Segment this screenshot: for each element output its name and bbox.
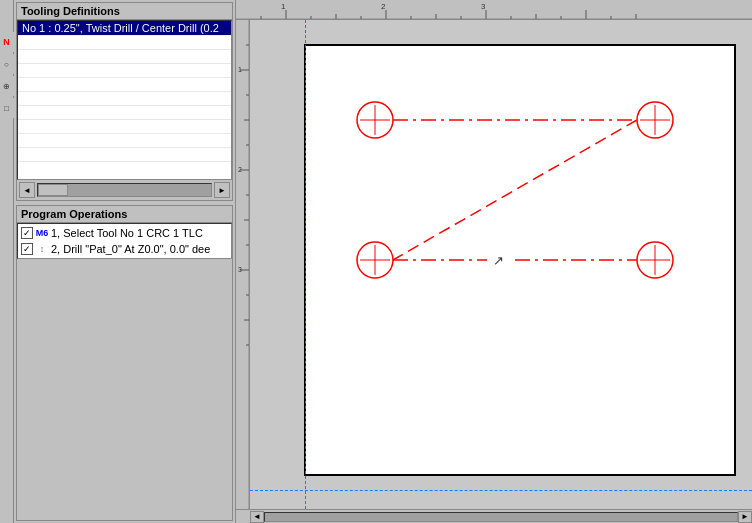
tool-list[interactable]: No 1 : 0.25", Twist Drill / Center Drill… — [17, 20, 232, 180]
svg-text:3: 3 — [481, 2, 486, 11]
scroll-thumb[interactable] — [38, 184, 68, 196]
svg-text:2: 2 — [381, 2, 386, 11]
toolbar-icon-3[interactable]: ⊕ — [0, 76, 14, 96]
toolbar-icon-2[interactable]: ○ — [0, 54, 14, 74]
canvas-wrapper: 1 2 3 — [236, 20, 752, 509]
svg-text:1: 1 — [281, 2, 286, 11]
tool-item-0[interactable]: No 1 : 0.25", Twist Drill / Center Drill… — [18, 21, 231, 36]
svg-text:↗: ↗ — [493, 253, 504, 268]
tooling-title: Tooling Definitions — [17, 3, 232, 20]
item-text-1: 2, Drill "Pat_0" At Z0.0", 0.0" dee — [51, 243, 210, 255]
canvas-area: 1 2 3 — [236, 0, 752, 523]
top-ruler: 1 2 3 — [236, 0, 752, 20]
toolbar-icon-1[interactable]: N — [0, 32, 14, 52]
scroll-left-btn[interactable]: ◄ — [19, 182, 35, 198]
checkbox-1[interactable]: ✓ — [21, 243, 33, 255]
svg-text:3: 3 — [238, 266, 242, 273]
program-item-1[interactable]: ✓ ↕ 2, Drill "Pat_0" At Z0.0", 0.0" dee — [19, 241, 230, 257]
item-icon-0: M6 — [35, 226, 49, 240]
main-content: Tooling Definitions No 1 : 0.25", Twist … — [14, 0, 752, 523]
bottom-scroll-track[interactable] — [264, 512, 738, 522]
svg-text:2: 2 — [238, 166, 242, 173]
scrollbar-area: ◄ ► — [17, 180, 232, 200]
program-section: Program Operations ✓ M6 1, Select Tool N… — [16, 205, 233, 521]
blue-vertical-line — [305, 20, 306, 509]
scroll-track[interactable] — [37, 183, 212, 197]
blue-horizontal-line — [250, 490, 752, 491]
program-title: Program Operations — [17, 206, 232, 223]
svg-text:1: 1 — [238, 66, 242, 73]
toolbar-icon-4[interactable]: □ — [0, 98, 14, 118]
bottom-scrollbar[interactable]: ◄ ► — [236, 509, 752, 523]
bottom-scroll-right[interactable]: ► — [738, 511, 752, 523]
program-list: ✓ M6 1, Select Tool No 1 CRC 1 TLC ✓ ↕ 2… — [17, 223, 232, 259]
tooling-section: Tooling Definitions No 1 : 0.25", Twist … — [16, 2, 233, 201]
bottom-scroll-left[interactable]: ◄ — [250, 511, 264, 523]
item-icon-1: ↕ — [35, 242, 49, 256]
canvas-svg: ↗ — [250, 20, 752, 509]
drawing-canvas[interactable]: ↗ — [250, 20, 752, 509]
program-item-0[interactable]: ✓ M6 1, Select Tool No 1 CRC 1 TLC — [19, 225, 230, 241]
item-text-0: 1, Select Tool No 1 CRC 1 TLC — [51, 227, 203, 239]
left-ruler: 1 2 3 — [236, 20, 250, 509]
scroll-right-btn[interactable]: ► — [214, 182, 230, 198]
checkbox-0[interactable]: ✓ — [21, 227, 33, 239]
left-toolbar: N ○ ⊕ □ — [0, 0, 14, 523]
left-panel: Tooling Definitions No 1 : 0.25", Twist … — [14, 0, 236, 523]
